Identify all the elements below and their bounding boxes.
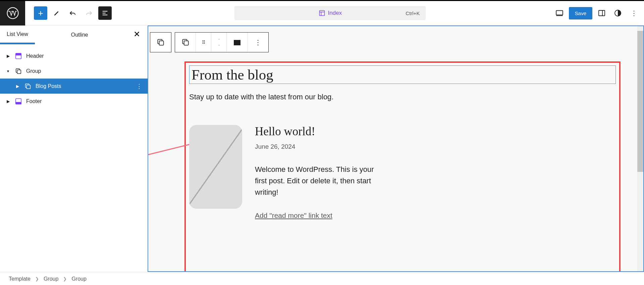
tree-item-footer[interactable]: ▶ Footer	[0, 94, 148, 109]
breadcrumb-item[interactable]: Template	[9, 276, 31, 282]
styles-toggle[interactable]	[611, 6, 625, 20]
add-block-button[interactable]: +	[34, 6, 47, 20]
svg-rect-2	[556, 10, 563, 15]
breadcrumb-item[interactable]: Group	[71, 276, 86, 282]
svg-rect-10	[26, 85, 30, 89]
svg-rect-16	[184, 41, 188, 45]
post-date[interactable]: June 26, 2024	[255, 143, 386, 150]
tree-item-options[interactable]: ⋮	[136, 83, 142, 90]
featured-image-placeholder[interactable]	[189, 125, 242, 209]
group-block-icon	[15, 67, 22, 75]
tree-label: Header	[26, 53, 44, 59]
redo-button[interactable]	[82, 6, 96, 20]
contrast-icon	[614, 9, 622, 17]
group-block-icon	[156, 38, 165, 47]
redo-icon	[85, 9, 93, 17]
desktop-icon	[555, 9, 564, 17]
sidebar-icon	[598, 9, 606, 17]
chevron-right-icon: ❯	[35, 276, 39, 281]
svg-point-0	[7, 8, 18, 19]
heading-block[interactable]: From the blog	[189, 65, 616, 84]
settings-sidebar-toggle[interactable]	[595, 6, 608, 20]
chevron-up-icon: ⌃	[218, 38, 220, 42]
tab-outline[interactable]: Outline	[64, 26, 95, 44]
save-button[interactable]: Save	[569, 7, 592, 19]
svg-rect-8	[17, 70, 21, 74]
next-page-link[interactable]: Next Page	[582, 271, 615, 272]
tree-label: Footer	[26, 98, 42, 104]
parent-block-button[interactable]	[150, 32, 171, 52]
post-body: Hello world! June 26, 2024 Welcome to Wo…	[255, 125, 386, 220]
footer-block-icon	[15, 98, 22, 105]
header-block-icon	[15, 52, 22, 60]
svg-rect-14	[159, 41, 164, 45]
wp-logo[interactable]	[0, 1, 25, 26]
close-sidebar-button[interactable]: ✕	[133, 30, 140, 39]
group-block-icon	[181, 38, 190, 47]
move-buttons[interactable]: ⌃⌄	[211, 33, 227, 52]
tree-item-group[interactable]: ▾ Group	[0, 63, 148, 79]
chevron-down-icon: ⌄	[218, 43, 220, 46]
svg-rect-3	[599, 10, 605, 16]
block-toolbar: ⠿ ⌃⌄ ⋮	[150, 32, 269, 52]
tree-label: Group	[26, 68, 41, 74]
toolbar-right: Save ⋮	[549, 6, 641, 20]
tree-item-header[interactable]: ▶ Header	[0, 48, 148, 63]
close-icon: ✕	[133, 30, 140, 39]
document-selector[interactable]: Index Ctrl+K	[234, 6, 426, 20]
pagination: Previous Page Next Page	[190, 271, 615, 272]
chevron-right-icon[interactable]: ▶	[5, 99, 11, 104]
svg-rect-12	[16, 102, 21, 104]
pencil-icon	[53, 9, 60, 17]
svg-rect-6	[16, 53, 21, 55]
kebab-icon: ⋮	[255, 38, 261, 46]
read-more-link[interactable]: Add "read more" link text	[255, 211, 386, 220]
chevron-right-icon[interactable]: ▶	[15, 84, 20, 89]
block-breadcrumb: Template ❯ Group ❯ Group	[0, 272, 644, 285]
plus-icon: +	[38, 8, 43, 18]
options-button[interactable]: ⋮	[627, 6, 641, 20]
chevron-right-icon: ❯	[63, 276, 67, 281]
view-button[interactable]	[553, 6, 566, 20]
undo-button[interactable]	[66, 6, 79, 20]
selected-block-highlight: From the blog Stay up to date with the l…	[184, 61, 621, 272]
chevron-right-icon[interactable]: ▶	[5, 54, 11, 58]
align-button[interactable]	[227, 33, 248, 52]
top-toolbar: + Index Ctrl+K Save ⋮	[0, 1, 644, 26]
post-item: Hello world! June 26, 2024 Welcome to Wo…	[189, 125, 616, 220]
svg-rect-17	[234, 40, 240, 45]
toolbar-left: +	[25, 6, 112, 20]
tree-item-blog-posts[interactable]: ▶ Blog Posts ⋮	[0, 79, 148, 94]
shortcut-hint: Ctrl+K	[406, 10, 420, 16]
sidebar-tabs: List View Outline ✕	[0, 26, 148, 44]
wordpress-icon	[7, 7, 19, 19]
tab-list-view[interactable]: List View	[0, 26, 35, 44]
scrollbar-thumb[interactable]	[637, 31, 643, 172]
kebab-icon: ⋮	[631, 9, 637, 17]
group-block-icon	[24, 83, 32, 90]
block-tree: ▶ Header ▾ Group ▶ Blog Posts ⋮ ▶ Footer	[0, 44, 148, 109]
paragraph-block[interactable]: Stay up to date with the latest from our…	[189, 93, 616, 101]
post-title[interactable]: Hello world!	[255, 125, 386, 138]
tree-label: Blog Posts	[36, 83, 61, 89]
svg-rect-1	[319, 11, 324, 16]
breadcrumb-item[interactable]: Group	[44, 276, 58, 282]
align-icon	[233, 39, 241, 45]
prev-page-link[interactable]: Previous Page	[190, 271, 236, 272]
undo-icon	[69, 9, 77, 17]
block-options-button[interactable]: ⋮	[248, 33, 268, 52]
editor-canvas[interactable]: ⠿ ⌃⌄ ⋮ From the blog Stay up to date wit…	[148, 26, 644, 272]
list-view-toggle[interactable]	[98, 6, 112, 20]
list-view-sidebar: List View Outline ✕ ▶ Header ▾ Group ▶ B…	[0, 26, 148, 272]
scrollbar[interactable]	[637, 26, 643, 271]
drag-icon: ⠿	[202, 40, 205, 45]
tools-button[interactable]	[50, 6, 63, 20]
layout-icon	[319, 10, 325, 16]
list-view-icon	[101, 9, 109, 17]
block-type-button[interactable]	[175, 33, 196, 52]
main-area: List View Outline ✕ ▶ Header ▾ Group ▶ B…	[0, 26, 644, 272]
drag-handle[interactable]: ⠿	[196, 33, 211, 52]
document-title: Index	[328, 10, 342, 16]
post-excerpt[interactable]: Welcome to WordPress. This is your first…	[255, 164, 386, 198]
chevron-down-icon[interactable]: ▾	[5, 69, 11, 74]
